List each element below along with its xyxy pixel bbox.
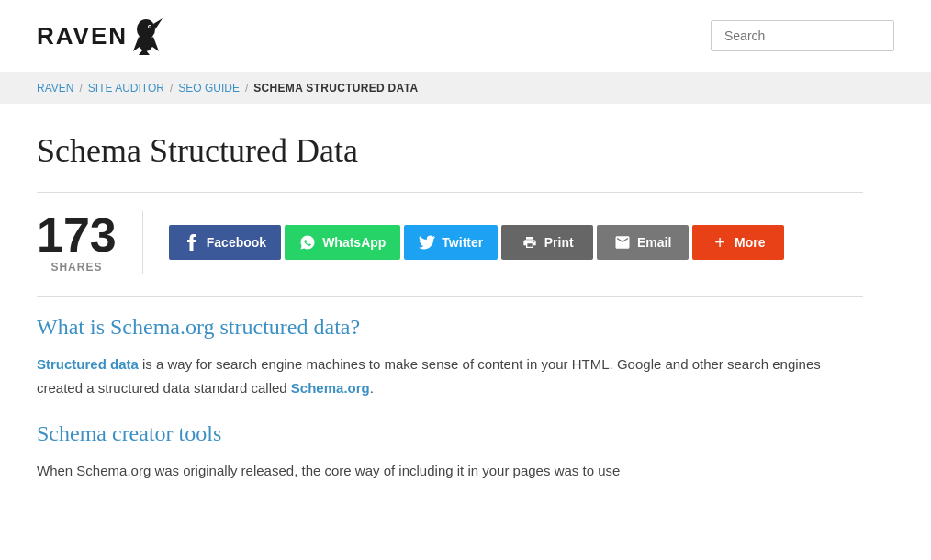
section2-text: When Schema.org was originally released,… xyxy=(37,459,863,483)
email-share-button[interactable]: Email xyxy=(597,225,689,260)
breadcrumb-sep-3: / xyxy=(245,82,248,95)
breadcrumb-site-auditor[interactable]: SITE AUDITOR xyxy=(88,82,164,95)
share-number: 173 xyxy=(37,211,117,259)
breadcrumb-seo-guide[interactable]: SEO GUIDE xyxy=(178,82,240,95)
svg-point-7 xyxy=(149,26,151,28)
svg-marker-1 xyxy=(153,18,163,29)
header: RAVEN xyxy=(0,0,931,73)
facebook-icon xyxy=(184,234,200,251)
page-title: Schema Structured Data xyxy=(37,131,863,170)
whatsapp-label: WhatsApp xyxy=(322,235,386,250)
breadcrumb: RAVEN / SITE AUDITOR / SEO GUIDE / SCHEM… xyxy=(0,73,931,104)
svg-point-4 xyxy=(139,33,153,51)
more-share-button[interactable]: + More xyxy=(692,225,784,260)
email-icon xyxy=(614,234,631,251)
logo-text: RAVEN xyxy=(37,22,128,50)
schema-org-link[interactable]: Schema.org xyxy=(291,380,370,396)
print-label: Print xyxy=(544,235,574,250)
share-row: 173 SHARES Facebook WhatsAp xyxy=(37,211,863,274)
print-icon xyxy=(522,234,538,251)
print-share-button[interactable]: Print xyxy=(501,225,593,260)
search-input[interactable] xyxy=(711,20,894,51)
logo-area: RAVEN xyxy=(37,17,163,55)
twitter-share-button[interactable]: Twitter xyxy=(404,225,498,260)
structured-data-link[interactable]: Structured data xyxy=(37,356,139,372)
section1-text: Structured data is a way for search engi… xyxy=(37,353,863,399)
whatsapp-icon xyxy=(299,234,316,251)
twitter-label: Twitter xyxy=(442,235,483,250)
more-label: More xyxy=(735,235,765,250)
more-icon: + xyxy=(712,234,728,251)
title-divider xyxy=(37,192,863,193)
share-label: SHARES xyxy=(50,261,102,274)
share-divider xyxy=(37,296,863,297)
email-label: Email xyxy=(637,235,671,250)
section1-heading: What is Schema.org structured data? xyxy=(37,315,863,340)
svg-marker-5 xyxy=(139,50,150,55)
share-count-area: 173 SHARES xyxy=(37,211,143,274)
main-content: Schema Structured Data 173 SHARES Facebo… xyxy=(0,104,900,532)
section1-period: . xyxy=(370,380,374,396)
breadcrumb-current: SCHEMA STRUCTURED DATA xyxy=(253,82,418,95)
section1-text-middle: is a way for search engine machines to m… xyxy=(37,356,821,396)
breadcrumb-raven[interactable]: RAVEN xyxy=(37,82,73,95)
share-buttons: Facebook WhatsApp Twitter xyxy=(169,225,784,260)
facebook-share-button[interactable]: Facebook xyxy=(169,225,281,260)
breadcrumb-sep-2: / xyxy=(170,82,173,95)
raven-icon xyxy=(129,17,163,55)
facebook-label: Facebook xyxy=(207,235,266,250)
twitter-icon xyxy=(419,234,435,251)
section2-heading: Schema creator tools xyxy=(37,421,863,446)
whatsapp-share-button[interactable]: WhatsApp xyxy=(285,225,400,260)
breadcrumb-sep-1: / xyxy=(79,82,82,95)
